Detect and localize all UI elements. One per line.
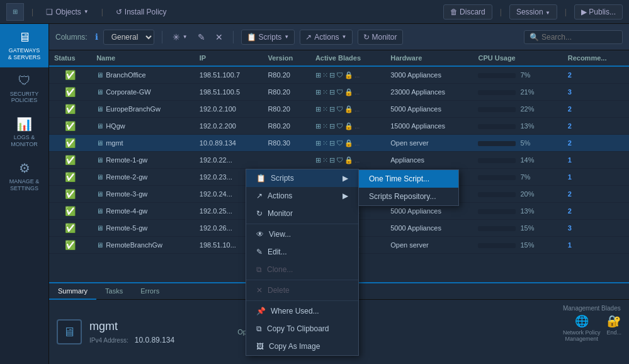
tab-summary[interactable]: Summary xyxy=(49,283,96,300)
table-row[interactable]: ✅ 🖥Remote-1-gw 192.0.22... ⊞⁙⊟🛡🔒 ... App… xyxy=(49,152,629,169)
cpu-progress-bar xyxy=(478,124,516,129)
rec-number[interactable]: 2 xyxy=(568,207,572,215)
cpu-progress-bar xyxy=(478,192,516,197)
rec-number[interactable]: 3 xyxy=(568,224,572,232)
cpu-progress-bar xyxy=(478,175,516,180)
rec-number[interactable]: 2 xyxy=(568,190,572,198)
cpu-value: 13% xyxy=(521,122,535,130)
cell-rec: 3 xyxy=(563,220,629,237)
logs-icon: 📊 xyxy=(16,117,32,132)
cell-name: 🖥Remote-5-gw xyxy=(91,220,195,237)
device-icon: 🖥 xyxy=(96,139,103,147)
blade-icon: ⊞ xyxy=(315,207,321,215)
blade-network-policy: 🌐 Network PolicyManagement xyxy=(563,314,601,342)
monitor-button[interactable]: ↻ Monitor xyxy=(358,30,403,45)
cell-ip: 192.0.26... xyxy=(195,220,263,237)
toolbar: Columns: ℹ General ✳ ▼ ✎ ✕ 📋 Scripts ▼ xyxy=(49,24,629,50)
sidebar-item-manage[interactable]: ⚙ MANAGE &SETTINGS xyxy=(0,154,48,198)
blade-icon: 🔒 xyxy=(344,207,353,215)
blade-icon: 🛡 xyxy=(336,173,343,181)
cell-hardware: Open server xyxy=(385,135,473,152)
publish-button[interactable]: ▶ Publis... xyxy=(574,4,623,20)
table-row[interactable]: ✅ 🖥Remote-2-gw 192.0.23... ⊞⁙⊟🛡🔒 ... App… xyxy=(49,169,629,186)
toolbar-sep2 xyxy=(233,31,234,43)
bottom-content: 🖥 mgmt IPv4 Address: 10.0.89.134 Open se… xyxy=(49,300,629,364)
rec-number[interactable]: 3 xyxy=(568,88,572,96)
network-policy-icon: 🌐 xyxy=(575,314,589,328)
cell-cpu: 7% xyxy=(473,66,562,84)
cell-ip: 192.0.23... xyxy=(195,169,263,186)
tab-tasks[interactable]: Tasks xyxy=(96,283,132,300)
discard-button[interactable]: 🗑 Discard xyxy=(443,4,492,20)
columns-select[interactable]: General xyxy=(103,30,154,45)
objects-menu-button[interactable]: ❑ Objects ▼ xyxy=(41,5,94,19)
cell-blades: ⊞⁙⊟🛡🔒 ... xyxy=(310,186,385,203)
mgmt-blades-title: Management Blades xyxy=(563,305,621,312)
logo-icon: ⊞ xyxy=(13,8,18,15)
table-row[interactable]: ✅ 🖥HQgw 192.0.2.200 R80.20 ⊞⁙⊟🛡🔒 ... 150… xyxy=(49,118,629,135)
cell-status: ✅ xyxy=(49,118,91,135)
sidebar-item-label-gateways: GATEWAYS& SERVERS xyxy=(8,47,40,61)
cell-hardware: 5000 Appliances xyxy=(385,101,473,118)
table-row[interactable]: ✅ 🖥Remote-4-gw 192.0.25... ⊞⁙⊟🛡🔒 ... 500… xyxy=(49,203,629,220)
table-row[interactable]: ✅ 🖥EuropeBranchGw 192.0.2.100 R80.20 ⊞⁙⊟… xyxy=(49,101,629,118)
sidebar-item-gateways[interactable]: 🖥 GATEWAYS& SERVERS xyxy=(0,24,48,67)
gateway-name: Remote-1-gw xyxy=(106,156,147,164)
table-row[interactable]: ✅ 🖥RemoteBranchGw 198.51.10... ⊞⁙⊟🛡🔒 ...… xyxy=(49,237,629,254)
server-type: Open server xyxy=(237,328,276,336)
install-policy-button[interactable]: ↺ Install Policy xyxy=(111,5,172,19)
rec-number[interactable]: 2 xyxy=(568,105,572,113)
mgmt-name: mgmt xyxy=(89,320,174,333)
sidebar-item-logs[interactable]: 📊 LOGS &MONITOR xyxy=(0,110,48,154)
rec-number[interactable]: 2 xyxy=(568,71,572,79)
close-button[interactable]: ✕ xyxy=(213,30,225,45)
main-layout: 🖥 GATEWAYS& SERVERS 🛡 SECURITYPOLICIES 📊… xyxy=(0,24,629,364)
cpu-progress-bar xyxy=(478,226,516,231)
cpu-progress-bar xyxy=(478,107,516,112)
more-blades: ... xyxy=(354,106,360,113)
rec-number[interactable]: 2 xyxy=(568,122,572,130)
cpu-progress-bar xyxy=(478,243,516,248)
status-icon: ✅ xyxy=(65,87,76,97)
cell-blades: ⊞⁙⊟🛡🔒 ... xyxy=(310,203,385,220)
device-icon: 🖥 xyxy=(96,241,103,249)
rec-number[interactable]: 2 xyxy=(568,139,572,147)
table-row[interactable]: ✅ 🖥Remote-3-gw 192.0.24... ⊞⁙⊟🛡🔒 ... 500… xyxy=(49,186,629,203)
snowflake-button[interactable]: ✳ ▼ xyxy=(170,30,190,45)
rec-number[interactable]: 1 xyxy=(568,173,572,181)
blade-icon: 🔒 xyxy=(344,156,353,164)
sidebar-item-security[interactable]: 🛡 SECURITYPOLICIES xyxy=(0,67,48,111)
cell-rec: 2 xyxy=(563,66,629,84)
table-row[interactable]: ✅ 🖥mgmt 10.0.89.134 R80.30 ⊞⁙⊟🛡🔒 ... Ope… xyxy=(49,135,629,152)
table-row[interactable]: ✅ 🖥Remote-5-gw 192.0.26... ⊞⁙⊟🛡🔒 ... 500… xyxy=(49,220,629,237)
bottom-info: 🖥 mgmt IPv4 Address: 10.0.89.134 xyxy=(57,305,174,359)
cell-cpu: 13% xyxy=(473,118,562,135)
gateway-name: mgmt xyxy=(106,139,123,147)
mgmt-ip-label: IPv4 Address: xyxy=(89,337,128,344)
blade-icon: ⁙ xyxy=(322,88,328,96)
blade-icon: ⊞ xyxy=(315,88,321,96)
blade-icon: 🔒 xyxy=(344,139,353,147)
cell-ip: 198.51.10... xyxy=(195,237,263,254)
cell-cpu: 14% xyxy=(473,152,562,169)
tab-errors[interactable]: Errors xyxy=(132,283,168,300)
columns-label: Columns: xyxy=(55,33,88,42)
scripts-button[interactable]: 📋 Scripts ▼ xyxy=(241,30,295,45)
more-blades: ... xyxy=(354,191,360,198)
cell-hardware: Appliances xyxy=(385,169,473,186)
search-input[interactable] xyxy=(541,33,617,42)
pencil-button[interactable]: ✎ xyxy=(195,30,208,45)
blade-icon: ⊟ xyxy=(329,241,335,249)
actions-button[interactable]: ↗ Actions ▼ xyxy=(300,30,352,45)
session-button[interactable]: Session ▼ xyxy=(509,4,557,20)
rec-number[interactable]: 1 xyxy=(568,156,572,164)
device-icon: 🖥 xyxy=(96,190,103,198)
app-logo[interactable]: ⊞ xyxy=(6,3,24,21)
rec-number[interactable]: 1 xyxy=(568,241,572,249)
col-ip: IP xyxy=(195,50,263,66)
table-row[interactable]: ✅ 🖥Corporate-GW 198.51.100.5 R80.20 ⊞⁙⊟🛡… xyxy=(49,84,629,101)
table-row[interactable]: ✅ 🖥BranchOffice 198.51.100.7 R80.20 ⊞⁙⊟🛡… xyxy=(49,66,629,84)
col-name: Name xyxy=(91,50,195,66)
more-blades: ... xyxy=(354,72,360,79)
blade-icon: ⊟ xyxy=(329,71,335,79)
